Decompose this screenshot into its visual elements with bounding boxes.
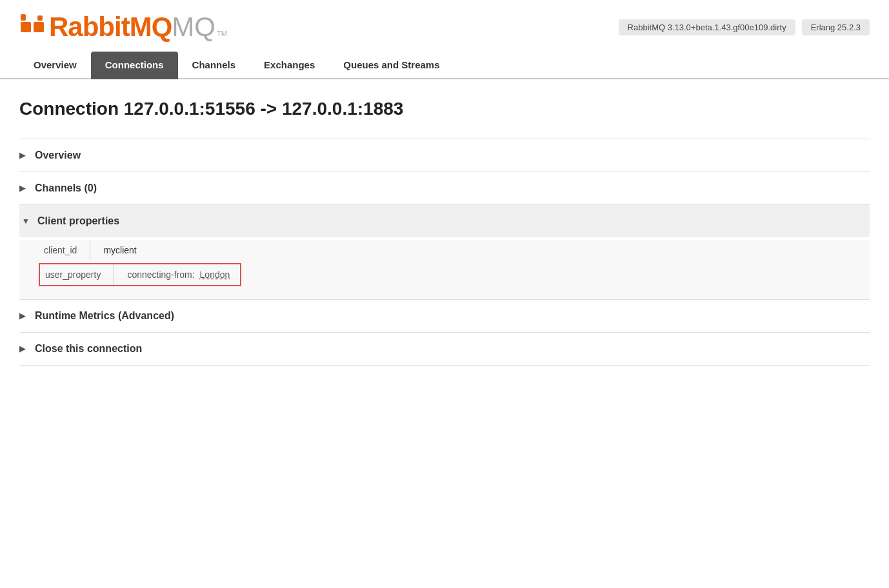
rabbitmq-version-badge: RabbitMQ 3.13.0+beta.1.43.gf00e109.dirty: [619, 19, 795, 35]
tab-connections[interactable]: Connections: [91, 52, 178, 79]
section-runtime-metrics-header[interactable]: Runtime Metrics (Advanced): [19, 300, 870, 332]
page-title: Connection 127.0.0.1:51556 -> 127.0.0.1:…: [19, 99, 870, 119]
property-row-user-property: user_property connecting-from: London: [39, 264, 241, 286]
tab-overview[interactable]: Overview: [19, 52, 91, 79]
logo-tm: TM: [217, 30, 227, 37]
tab-exchanges[interactable]: Exchanges: [250, 52, 329, 79]
tab-channels[interactable]: Channels: [178, 52, 250, 79]
rabbit-icon: [19, 13, 48, 41]
svg-rect-3: [37, 15, 43, 21]
svg-rect-0: [21, 22, 31, 32]
highlighted-property-table: user_property connecting-from: London: [39, 263, 241, 286]
section-close-connection-arrow: [19, 344, 28, 353]
section-channels-label: Channels (0): [35, 182, 97, 194]
svg-rect-1: [34, 22, 44, 32]
section-overview-header[interactable]: Overview: [19, 139, 870, 172]
section-client-properties: Client properties client_id myclient use…: [19, 204, 870, 299]
bottom-divider: [19, 365, 870, 366]
version-badges: RabbitMQ 3.13.0+beta.1.43.gf00e109.dirty…: [619, 19, 870, 35]
svg-rect-2: [21, 14, 26, 21]
section-runtime-metrics-arrow: [19, 311, 28, 320]
logo: RabbitMQ MQ TM: [19, 12, 227, 43]
section-close-connection: Close this connection: [19, 332, 870, 365]
section-overview: Overview: [19, 139, 870, 172]
section-client-properties-label: Client properties: [37, 215, 119, 227]
section-channels: Channels (0): [19, 172, 870, 204]
main-content: Connection 127.0.0.1:51556 -> 127.0.0.1:…: [0, 79, 889, 385]
section-channels-header[interactable]: Channels (0): [19, 172, 870, 204]
prop-key-user-property: user_property: [39, 264, 114, 286]
section-client-properties-arrow: [22, 217, 31, 226]
section-runtime-metrics-label: Runtime Metrics (Advanced): [35, 310, 174, 322]
header: RabbitMQ MQ TM RabbitMQ 3.13.0+beta.1.43…: [0, 0, 889, 52]
property-row-client-id: client_id myclient: [39, 240, 147, 260]
section-client-properties-body: client_id myclient user_property connect…: [19, 240, 870, 299]
section-close-connection-header[interactable]: Close this connection: [19, 333, 870, 365]
section-client-properties-header[interactable]: Client properties: [19, 205, 870, 237]
tab-queues-streams[interactable]: Queues and Streams: [329, 52, 454, 79]
section-close-connection-label: Close this connection: [35, 343, 142, 355]
logo-rabbit-text: RabbitMQ: [49, 12, 172, 43]
highlighted-property-container: user_property connecting-from: London: [39, 263, 870, 286]
erlang-version-badge: Erlang 25.2.3: [802, 19, 870, 35]
properties-table: client_id myclient: [39, 240, 147, 260]
section-runtime-metrics: Runtime Metrics (Advanced): [19, 299, 870, 332]
prop-key-client-id: client_id: [39, 240, 90, 260]
section-overview-label: Overview: [35, 150, 81, 161]
prop-val-client-id: myclient: [90, 240, 147, 260]
connecting-from-value: London: [200, 270, 230, 280]
connecting-from-label: connecting-from:: [127, 270, 194, 280]
logo-mq-text: MQ: [172, 12, 215, 43]
nav-tabs: Overview Connections Channels Exchanges …: [0, 52, 889, 79]
prop-val-user-property: connecting-from: London: [114, 264, 241, 286]
section-channels-arrow: [19, 184, 28, 193]
section-overview-arrow: [19, 151, 28, 160]
